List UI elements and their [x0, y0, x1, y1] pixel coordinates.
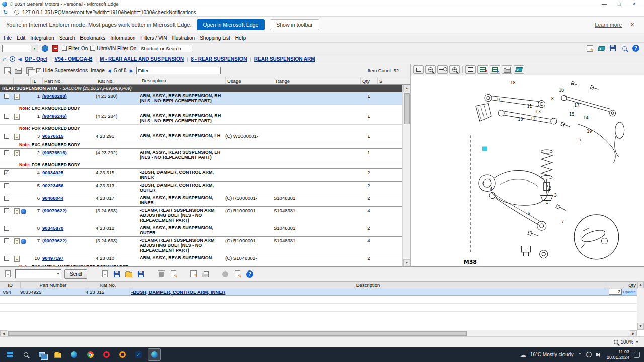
hide-supersessions-checkbox[interactable]: Hide Supersessions — [36, 68, 88, 73]
part-number-link[interactable]: 90345870 — [42, 225, 63, 231]
parts-row[interactable]: 7(90079622)(3 24 663)-CLAMP, REAR SUSPEN… — [0, 207, 403, 224]
measure-tool-icon[interactable] — [437, 65, 448, 74]
file-explorer-icon[interactable] — [51, 348, 64, 361]
fit-to-window-icon[interactable] — [465, 65, 476, 74]
banner-close-icon[interactable]: × — [627, 21, 638, 28]
taskbar-search-icon[interactable] — [19, 348, 32, 361]
breadcrumb-link[interactable]: M - REAR AXLE AND SUSPENSION — [100, 56, 184, 62]
delete-icon[interactable] — [156, 270, 166, 278]
menu-item-integration[interactable]: Integration — [28, 35, 56, 41]
form-icon[interactable] — [169, 270, 178, 278]
part-number-link[interactable]: 90334925 — [42, 170, 63, 175]
help2-icon[interactable]: ? — [245, 270, 254, 278]
quick-select-combo[interactable]: ▼ — [2, 45, 38, 52]
ultravin-box[interactable] — [90, 46, 95, 51]
breadcrumb-link[interactable]: OP - Opel — [25, 56, 47, 62]
open-folder-icon[interactable] — [124, 270, 133, 278]
tag-image-icon[interactable] — [514, 65, 524, 74]
row-checkbox[interactable] — [4, 134, 9, 139]
parts-filter-input[interactable] — [136, 67, 221, 74]
active-app-icon[interactable] — [148, 348, 161, 361]
zoom-caret-icon[interactable]: ▼ — [635, 340, 639, 344]
show-in-toolbar-button[interactable]: Show in toolbar — [270, 19, 319, 30]
diagram-callout[interactable]: 12 — [531, 117, 536, 121]
row-checkbox[interactable] — [4, 208, 9, 213]
shopping-list-row[interactable]: V94 90334925 4 23 315 -BUSH, DAMPER, CON… — [0, 288, 644, 296]
network-icon[interactable] — [586, 352, 592, 357]
part-number-link[interactable]: (90079622) — [42, 208, 67, 213]
new-doc-icon[interactable] — [100, 270, 109, 278]
new-list-icon[interactable] — [3, 270, 12, 278]
parts-row[interactable]: 6904680444 23 017ARM, ASSY., REAR SUSPEN… — [0, 194, 403, 207]
open-in-edge-button[interactable]: Open in Microsoft Edge — [197, 19, 265, 30]
part-number-link[interactable]: 90223456 — [42, 183, 63, 188]
export-icon[interactable] — [136, 270, 145, 278]
row-checkbox[interactable] — [4, 238, 9, 243]
scroll-right-icon[interactable]: ▶ — [630, 330, 637, 336]
diagram-callout[interactable]: 3 — [554, 193, 557, 198]
diagram-callout[interactable]: 17 — [574, 103, 579, 108]
bscroll-down-icon[interactable]: ▼ — [637, 323, 644, 330]
bottom-vertical-scrollbar[interactable]: ▲ ▼ — [637, 281, 644, 330]
prev-image-icon[interactable]: ◀ — [108, 68, 111, 73]
row-description-link[interactable]: -BUSH, DAMPER, CONTROL ARM, INNER — [131, 289, 225, 295]
tag-icon[interactable] — [597, 45, 605, 52]
bscroll-up-icon[interactable]: ▲ — [637, 281, 644, 288]
doc-icon[interactable] — [14, 238, 20, 244]
doc-icon[interactable] — [14, 114, 20, 120]
address-url[interactable]: 127.0.0.1:351/PQMace/root.fve?width=1910… — [22, 10, 196, 15]
notepad-icon[interactable] — [586, 45, 594, 52]
horizontal-scrollbar[interactable]: ◀ ▶ — [0, 330, 637, 336]
recipient-select[interactable] — [15, 269, 61, 278]
save-session-icon[interactable] — [609, 45, 617, 52]
opera-taskbar-icon[interactable] — [100, 348, 113, 361]
diagram-callout[interactable]: 5 — [578, 138, 581, 142]
back-icon[interactable]: ◀ — [18, 57, 22, 62]
menu-item-information[interactable]: Information — [108, 35, 138, 41]
scroll-left-icon[interactable]: ◀ — [0, 330, 7, 336]
diagram-callout[interactable]: 1 — [546, 200, 548, 205]
ultravin-checkbox[interactable]: UltraVIN Filter On — [90, 46, 136, 51]
task-view-icon[interactable] — [35, 348, 48, 361]
menu-item-file[interactable]: File — [1, 35, 14, 41]
refresh-icon[interactable]: ↻ — [3, 10, 8, 15]
doc-icon[interactable] — [14, 134, 20, 140]
doc-icon[interactable] — [14, 94, 20, 100]
menu-item-help[interactable]: Help — [233, 35, 249, 41]
go-icon[interactable] — [41, 45, 49, 52]
chrome-taskbar-icon[interactable] — [84, 348, 97, 361]
row-checkbox[interactable] — [4, 183, 9, 188]
minimize-button[interactable]: — — [597, 1, 612, 7]
filter-on-checkbox[interactable]: Filter On — [62, 46, 88, 51]
zoom-in-icon[interactable]: + — [449, 65, 460, 74]
part-number-link[interactable]: 90576515 — [42, 133, 63, 139]
diagram-callout[interactable]: 6 — [528, 212, 530, 216]
firefox-taskbar-icon[interactable] — [116, 348, 129, 361]
scroll-up-icon[interactable]: ▲ — [403, 85, 410, 92]
row-checkbox[interactable] — [4, 94, 9, 99]
breadcrumb-link[interactable]: V94 - OMEGA-B — [55, 56, 93, 62]
filter-on-box[interactable] — [62, 46, 67, 51]
pan-tool-icon[interactable] — [413, 65, 424, 74]
row-checkbox[interactable] — [4, 226, 9, 231]
parts-row[interactable]: 8903458704 23 012ARM, ASSY., REAR SUSPEN… — [0, 224, 403, 237]
suspension-diagram[interactable]: 18916811131210171514195423167M38 — [411, 75, 644, 266]
diagram-callout[interactable]: 8 — [551, 96, 554, 101]
parts-row[interactable]: 7(90079622)(3 24 663)-CLAMP, REAR SUSPEN… — [0, 237, 403, 254]
weather-widget[interactable]: ☁ -16°C Mostly cloudy — [520, 351, 573, 358]
breadcrumb-link[interactable]: 8 - REAR SUSPENSION — [191, 56, 247, 62]
doc-icon[interactable] — [14, 150, 20, 156]
globe-icon[interactable] — [21, 209, 26, 214]
print-list-icon[interactable] — [14, 67, 22, 74]
diagram-callout[interactable]: 13 — [536, 110, 541, 114]
row-checkbox[interactable] — [4, 114, 9, 119]
edit-list-icon[interactable] — [3, 67, 11, 74]
copy-list-icon[interactable] — [25, 67, 33, 74]
parts-row[interactable]: 4903349254 23 315-BUSH, DAMPER, CONTROL … — [0, 169, 403, 182]
parts-row[interactable]: 3905765154 23 291ARM, ASSY., REAR SUSPEN… — [0, 132, 403, 141]
parts-row[interactable]: 5902234564 23 313-BUSH, DAMPER, CONTROL … — [0, 182, 403, 194]
table-open-icon[interactable] — [490, 65, 500, 74]
print-image-icon[interactable] — [502, 65, 512, 74]
table-remove-icon[interactable] — [477, 65, 488, 74]
scroll-down-icon[interactable]: ▼ — [403, 259, 410, 266]
